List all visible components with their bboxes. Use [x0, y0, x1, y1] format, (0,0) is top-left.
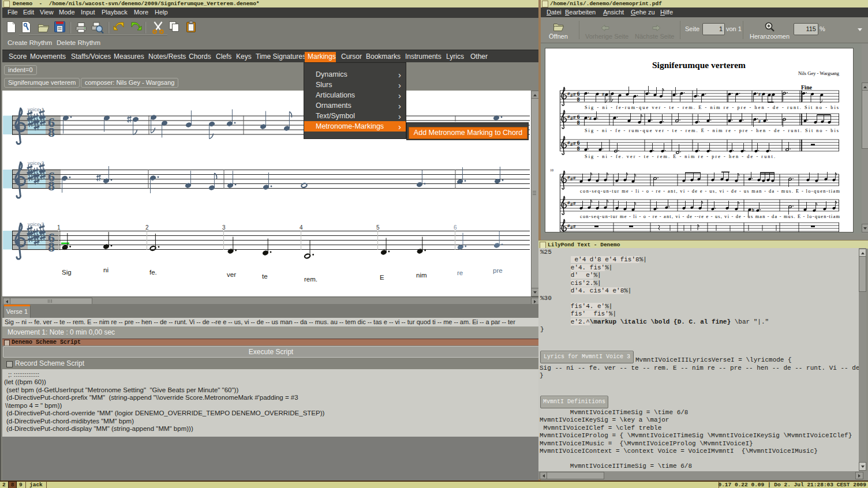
svg-text:Signiferumque verterem: Signiferumque verterem: [652, 60, 746, 70]
svg-text:voice 1: voice 1: [28, 107, 44, 112]
svg-text:#: #: [602, 92, 604, 96]
svg-text:#: #: [589, 117, 592, 121]
svg-text:ver: ver: [227, 271, 236, 278]
svg-text:Nils Gey - Wargsang: Nils Gey - Wargsang: [798, 70, 840, 76]
svg-text:te: te: [262, 273, 268, 280]
svg-text:Sig - ni - fe - rum-q: Sig - ni - fe - rum-que ver - te - rem. …: [585, 128, 839, 133]
svg-text:Sig - ni - fe.: Sig - ni - fe. ver - te - rem. E - nim r…: [585, 154, 775, 159]
svg-text:E: E: [380, 274, 384, 281]
svg-text:#: #: [752, 208, 754, 212]
svg-text:1: 1: [57, 224, 61, 231]
svg-text:Sig: Sig: [62, 269, 72, 276]
svg-text:2: 2: [145, 224, 149, 231]
svg-text:ni: ni: [103, 266, 108, 273]
svg-text:4: 4: [300, 224, 303, 231]
svg-text:Fine: Fine: [801, 84, 812, 91]
svg-text:con-seq-un-tur me - li - o -: con-seq-un-tur me - li - o - re - ant, v…: [580, 189, 840, 194]
svg-text:5: 5: [376, 224, 380, 231]
svg-text:voice 2: voice 2: [28, 160, 44, 166]
svg-text:voice 3: voice 3: [28, 222, 44, 227]
svg-text:3: 3: [222, 224, 226, 231]
svg-text:fe.: fe.: [149, 269, 157, 276]
svg-text:#: #: [758, 119, 761, 123]
svg-text:#: #: [758, 92, 761, 96]
svg-text:nim: nim: [416, 272, 427, 279]
svg-text:10: 10: [550, 168, 553, 172]
svg-text:re: re: [457, 269, 463, 276]
svg-text:6: 6: [454, 224, 457, 231]
svg-text:rem.: rem.: [304, 276, 317, 283]
svg-text:con-seq-un-tur me - li - o -: con-seq-un-tur me - li - o - re - ant, v…: [580, 214, 840, 219]
svg-text:pre: pre: [493, 267, 503, 274]
svg-text:Sig - ni - fe-rum-que ver -: Sig - ni - fe-rum-que ver - te - rem. E …: [585, 105, 839, 110]
